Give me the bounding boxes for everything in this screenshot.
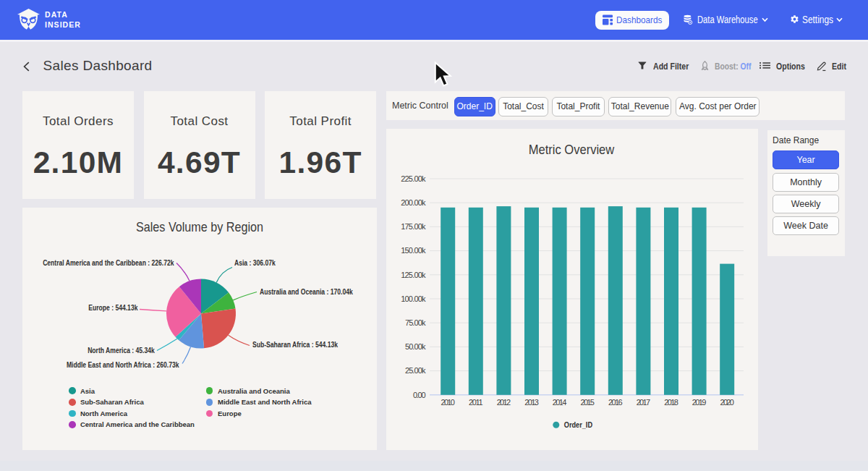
svg-text:125.00k: 125.00k xyxy=(401,271,426,279)
svg-text:25.00k: 25.00k xyxy=(405,366,426,375)
svg-text:2016: 2016 xyxy=(608,398,623,407)
svg-text:2017: 2017 xyxy=(637,398,651,407)
svg-text:2019: 2019 xyxy=(692,398,707,407)
svg-text:2015: 2015 xyxy=(580,398,595,407)
svg-text:75.00k: 75.00k xyxy=(405,318,426,327)
svg-text:2014: 2014 xyxy=(553,398,567,407)
svg-text:225.00k: 225.00k xyxy=(401,174,426,183)
svg-text:2013: 2013 xyxy=(524,398,539,407)
svg-text:2020: 2020 xyxy=(720,398,734,407)
svg-text:50.00k: 50.00k xyxy=(405,342,426,351)
svg-text:2011: 2011 xyxy=(469,398,483,407)
svg-text:100.00k: 100.00k xyxy=(401,294,426,303)
svg-text:2018: 2018 xyxy=(664,398,678,407)
svg-text:Order_ID: Order_ID xyxy=(564,420,592,429)
svg-text:175.00k: 175.00k xyxy=(401,222,426,231)
svg-text:200.00k: 200.00k xyxy=(401,198,426,207)
svg-text:2010: 2010 xyxy=(441,398,455,407)
svg-text:2012: 2012 xyxy=(497,398,511,407)
svg-text:150.00k: 150.00k xyxy=(401,246,426,255)
svg-text:0.00: 0.00 xyxy=(413,391,426,399)
